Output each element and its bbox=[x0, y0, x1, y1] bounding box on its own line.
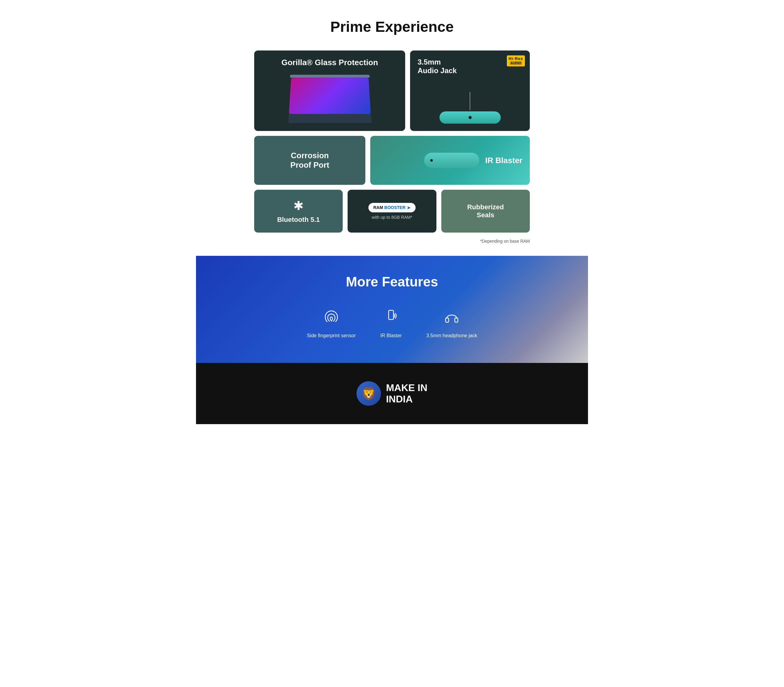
feature-ir-blaster: IR Blaster bbox=[380, 308, 402, 339]
svg-rect-0 bbox=[389, 310, 394, 319]
hi-res-audio-text: AUDIO bbox=[510, 61, 522, 65]
audio-jack-card: 3.5mmAudio Jack Hi-Res AUDIO bbox=[410, 51, 530, 131]
india-text: INDIA bbox=[386, 394, 427, 405]
features-grid: Gorilla® Glass Protection 3.5mmAudio Jac… bbox=[254, 51, 530, 243]
feature-headphone: 3.5mm headphone jack bbox=[426, 308, 477, 339]
more-features-title: More Features bbox=[202, 274, 582, 289]
booster-text: BOOSTER bbox=[384, 205, 405, 210]
make-in-india-emblem bbox=[356, 381, 381, 406]
ram-booster-card: RAM BOOSTER ➤ with up to 8GB RAM* bbox=[348, 190, 436, 233]
gorilla-glass-card: Gorilla® Glass Protection bbox=[254, 51, 405, 131]
rubberized-seals-label: RubberizedSeals bbox=[467, 203, 504, 219]
prime-experience-section: Prime Experience Gorilla® Glass Protecti… bbox=[196, 0, 588, 256]
body-layer bbox=[288, 114, 372, 123]
svg-rect-1 bbox=[446, 318, 449, 322]
make-in-india-section: MAKE IN INDIA bbox=[196, 363, 588, 424]
phone-side-view bbox=[440, 112, 501, 123]
phone-layers-visual bbox=[262, 74, 398, 123]
row-3: ✱ Bluetooth 5.1 RAM BOOSTER ➤ with up to… bbox=[254, 190, 530, 233]
row-1: Gorilla® Glass Protection 3.5mmAudio Jac… bbox=[254, 51, 530, 131]
jack-line bbox=[470, 92, 470, 110]
bluetooth-label: Bluetooth 5.1 bbox=[277, 216, 320, 224]
svg-rect-2 bbox=[455, 318, 458, 322]
fingerprint-icon bbox=[322, 308, 341, 329]
ram-text: RAM bbox=[373, 205, 383, 210]
phone-top-visual bbox=[424, 153, 479, 168]
more-features-section: More Features Side fingerprint sensor bbox=[196, 256, 588, 363]
ir-blaster-label: IR Blaster bbox=[486, 156, 522, 165]
ram-sub-text: with up to 8GB RAM* bbox=[372, 215, 412, 220]
ram-arrow-icon: ➤ bbox=[407, 205, 411, 210]
headphone-label: 3.5mm headphone jack bbox=[426, 333, 477, 339]
ram-disclaimer: *Depending on base RAM bbox=[254, 239, 530, 243]
ir-blaster-icon bbox=[382, 308, 400, 329]
feature-fingerprint: Side fingerprint sensor bbox=[307, 308, 356, 339]
make-in-india-logo: MAKE IN INDIA bbox=[356, 381, 427, 406]
bluetooth-icon: ✱ bbox=[293, 199, 304, 213]
prime-title: Prime Experience bbox=[202, 18, 582, 35]
make-in-text: MAKE IN bbox=[386, 382, 427, 394]
glass-layer bbox=[290, 75, 370, 77]
screen-layer bbox=[289, 78, 371, 114]
bluetooth-card: ✱ Bluetooth 5.1 bbox=[254, 190, 343, 233]
gorilla-glass-label: Gorilla® Glass Protection bbox=[262, 58, 398, 67]
rubberized-seals-card: RubberizedSeals bbox=[441, 190, 530, 233]
row-2: CorrosionProof Port IR Blaster bbox=[254, 136, 530, 185]
hi-res-badge: Hi-Res AUDIO bbox=[507, 55, 525, 66]
ram-booster-badge: RAM BOOSTER ➤ bbox=[369, 203, 415, 212]
features-icons-row: Side fingerprint sensor IR Blaster bbox=[202, 308, 582, 339]
corrosion-port-card: CorrosionProof Port bbox=[254, 136, 366, 185]
audio-jack-label: 3.5mmAudio Jack bbox=[417, 58, 456, 75]
make-in-india-text: MAKE IN INDIA bbox=[386, 382, 427, 405]
fingerprint-label: Side fingerprint sensor bbox=[307, 333, 356, 339]
headphone-icon bbox=[443, 308, 461, 329]
audio-jack-visual bbox=[417, 92, 522, 123]
ir-blaster-feature-label: IR Blaster bbox=[380, 333, 402, 339]
ir-blaster-card: IR Blaster bbox=[370, 136, 530, 185]
hi-res-hi-text: Hi-Res bbox=[509, 57, 523, 61]
corrosion-port-label: CorrosionProof Port bbox=[290, 151, 329, 170]
